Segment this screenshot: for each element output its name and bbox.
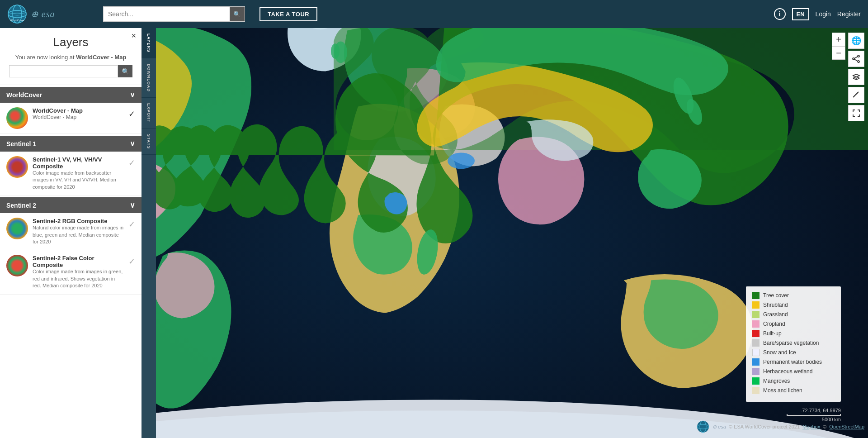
- logo-area: WorldCover ⊕ esa: [7, 4, 98, 24]
- sentinel2-rgb-layer-name: Sentinel-2 RGB Composite: [33, 218, 124, 224]
- header: WorldCover ⊕ esa 🔍 TAKE A TOUR i EN Logi…: [0, 0, 868, 28]
- svg-point-18: [853, 58, 854, 60]
- legend-item-moss: Moss and lichen: [752, 387, 835, 394]
- tab-download[interactable]: DOWNLOAD: [142, 58, 156, 98]
- legend-item-wetland: Herbaceous wetland: [752, 368, 835, 375]
- register-button[interactable]: Register: [837, 10, 861, 18]
- sentinel2-group-header[interactable]: Sentinel 2 ∨: [0, 197, 142, 213]
- legend-item-shrubland: Shrubland: [752, 301, 835, 309]
- attribution-osm-link[interactable]: OpenStreetMap: [829, 424, 864, 429]
- legend-item-builtup: Built-up: [752, 330, 835, 337]
- chevron-down-icon: ∨: [130, 90, 135, 99]
- layers-title: Layers: [9, 35, 132, 49]
- attribution: ⊕ esa © ESA WorldCover project 2021 Mapb…: [696, 420, 864, 433]
- coordinates-display: -72.7734, 64.9979: [801, 408, 841, 413]
- zoom-controls: + −: [832, 33, 845, 60]
- layers-search-container: 🔍: [9, 65, 132, 77]
- sentinel1-item: Sentinel-1 VV, VH, VH/VV Composite Color…: [0, 152, 142, 195]
- zoom-out-button[interactable]: −: [832, 46, 845, 60]
- share-button[interactable]: [848, 51, 864, 67]
- legend-item-snow: Snow and Ice: [752, 349, 835, 356]
- legend-color-cropland: [752, 320, 760, 328]
- legend-label-bare: Bare/sparse vegetation: [763, 340, 819, 346]
- sentinel1-layer-info: Sentinel-1 VV, VH, VH/VV Composite Color…: [33, 156, 124, 190]
- worldcover-group-header[interactable]: WorldCover ∨: [0, 87, 142, 103]
- legend: Tree cover Shrubland Grassland Cropland …: [746, 286, 841, 402]
- search-container: 🔍: [103, 6, 245, 22]
- globe-view-button[interactable]: 🌐: [848, 33, 864, 49]
- sentinel2-rgb-layer-desc: Natural color image made from images in …: [33, 224, 124, 245]
- legend-item-mangroves: Mangroves: [752, 377, 835, 385]
- legend-item-bare: Bare/sparse vegetation: [752, 339, 835, 347]
- sentinel1-thumbnail: [6, 156, 28, 178]
- chevron-down-icon: ∨: [130, 201, 135, 209]
- tab-export[interactable]: EXPORT: [142, 98, 156, 129]
- legend-color-bare: [752, 339, 760, 347]
- map-area[interactable]: LAYERS DOWNLOAD EXPORT STATS × Layers Yo…: [0, 28, 868, 438]
- legend-color-tree-cover: [752, 292, 760, 299]
- sentinel2-false-layer-info: Sentinel-2 False Color Composite Color i…: [33, 255, 124, 289]
- sidebar-tabs: LAYERS DOWNLOAD EXPORT STATS: [142, 28, 156, 438]
- sentinel2-rgb-thumbnail: [6, 218, 28, 239]
- legend-color-wetland: [752, 368, 760, 375]
- attribution-separator: ©: [823, 424, 826, 429]
- sentinel2-false-checkmark[interactable]: ✓: [128, 257, 135, 267]
- worldcover-layer-name: WorldCover - Map: [33, 107, 124, 114]
- worldcover-map-item: WorldCover - Map WorldCover - Map ✓: [0, 103, 142, 134]
- sentinel2-rgb-checkmark[interactable]: ✓: [128, 219, 135, 229]
- layers-subtitle: You are now looking at WorldCover - Map: [9, 54, 132, 61]
- zoom-in-button[interactable]: +: [832, 33, 845, 46]
- legend-label-tree-cover: Tree cover: [763, 292, 789, 299]
- worldcover-checkmark[interactable]: ✓: [128, 109, 135, 119]
- esa-worldcover-logo: [696, 420, 710, 433]
- chevron-down-icon: ∨: [130, 139, 135, 148]
- sentinel1-group-header[interactable]: Sentinel 1 ∨: [0, 136, 142, 152]
- svg-text:WorldCover: WorldCover: [10, 19, 24, 22]
- header-right: i EN Login Register: [774, 8, 861, 20]
- sentinel1-layer-desc: Color image made from backscatter images…: [33, 170, 124, 190]
- legend-color-moss: [752, 387, 760, 394]
- sentinel2-false-item: Sentinel-2 False Color Composite Color i…: [0, 250, 142, 294]
- fullscreen-button[interactable]: [848, 105, 864, 121]
- svg-line-19: [854, 59, 858, 61]
- legend-color-snow: [752, 349, 760, 356]
- close-panel-button[interactable]: ×: [131, 32, 136, 40]
- legend-item-cropland: Cropland: [752, 320, 835, 328]
- sentinel2-rgb-layer-info: Sentinel-2 RGB Composite Natural color i…: [33, 218, 124, 245]
- layers-header: × Layers You are now looking at WorldCov…: [0, 28, 142, 85]
- language-button[interactable]: EN: [792, 8, 809, 20]
- svg-point-16: [858, 55, 859, 57]
- svg-point-15: [331, 43, 340, 59]
- attribution-mapbox-link[interactable]: Mapbox: [802, 424, 820, 429]
- sentinel2-false-thumbnail: [6, 255, 28, 276]
- layers-search-button[interactable]: 🔍: [118, 65, 132, 77]
- sentinel2-false-layer-name: Sentinel-2 False Color Composite: [33, 255, 124, 268]
- login-button[interactable]: Login: [816, 10, 831, 18]
- legend-label-cropland: Cropland: [763, 321, 785, 327]
- legend-item-water: Permanent water bodies: [752, 358, 835, 366]
- scale-line: [787, 414, 841, 416]
- layers-search-input[interactable]: [9, 65, 118, 77]
- layers-panel: × Layers You are now looking at WorldCov…: [0, 28, 142, 438]
- search-button[interactable]: 🔍: [230, 6, 245, 22]
- sentinel2-rgb-item: Sentinel-2 RGB Composite Natural color i…: [0, 213, 142, 250]
- measure-button[interactable]: [848, 87, 864, 103]
- worldcover-layer-subname: WorldCover - Map: [33, 114, 124, 120]
- legend-item-tree-cover: Tree cover: [752, 292, 835, 299]
- take-a-tour-button[interactable]: TAKE A TOUR: [259, 7, 317, 21]
- tab-stats[interactable]: STATS: [142, 129, 156, 155]
- tab-layers[interactable]: LAYERS: [142, 28, 156, 58]
- sentinel2-false-layer-desc: Color image made from images in green, r…: [33, 268, 124, 289]
- legend-label-snow: Snow and Ice: [763, 349, 796, 356]
- legend-label-wetland: Herbaceous wetland: [763, 368, 812, 375]
- info-icon[interactable]: i: [774, 8, 786, 20]
- search-input[interactable]: [103, 6, 230, 22]
- sentinel1-checkmark[interactable]: ✓: [128, 158, 135, 168]
- svg-point-11: [448, 152, 475, 169]
- legend-color-water: [752, 358, 760, 366]
- layers-toggle-button[interactable]: [848, 69, 864, 85]
- right-toolbar: 🌐: [848, 33, 864, 121]
- legend-label-grassland: Grassland: [763, 311, 788, 318]
- legend-label-moss: Moss and lichen: [763, 387, 802, 394]
- sentinel1-layer-name: Sentinel-1 VV, VH, VH/VV Composite: [33, 156, 124, 170]
